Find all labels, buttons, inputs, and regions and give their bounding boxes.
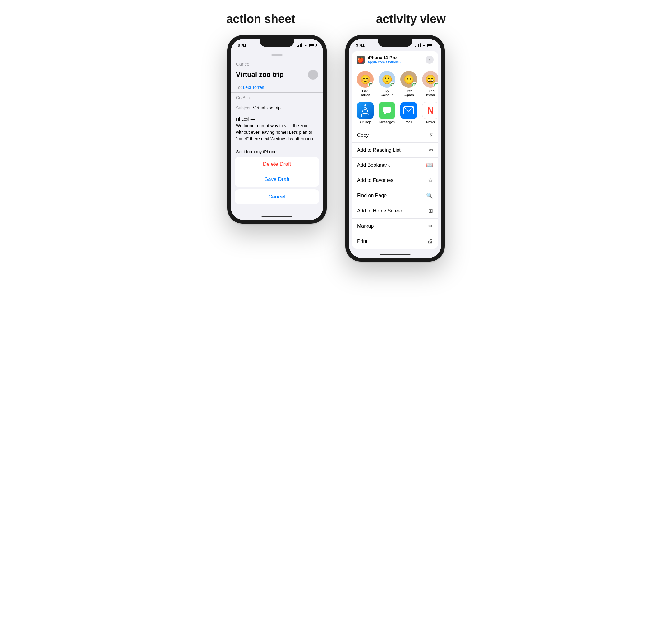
reading-list-icon: ∞ <box>429 147 433 153</box>
messages-icon <box>379 102 395 119</box>
subject-field[interactable]: Subject: Virtual zoo trip <box>231 103 323 113</box>
favorites-label: Add to Favorites <box>357 178 394 183</box>
compose-handle <box>231 49 323 60</box>
to-value: Lexi Torres <box>243 85 264 90</box>
svg-marker-1 <box>384 113 386 115</box>
save-draft-button[interactable]: Save Draft <box>235 172 319 187</box>
compose-header: Virtual zoo trip ↑ <box>231 68 323 82</box>
bookmark-label: Add Bookmark <box>357 162 390 168</box>
options-link[interactable]: Options › <box>386 60 401 64</box>
status-icons-left: ▲ <box>297 43 316 47</box>
bookmark-icon: 📖 <box>426 162 433 169</box>
to-field[interactable]: To: Lexi Torres <box>231 82 323 92</box>
home-indicator-right <box>349 251 441 258</box>
status-time-left: 9:41 <box>238 43 247 48</box>
favorites-icon: ☆ <box>428 177 433 184</box>
markup-label: Markup <box>357 223 373 229</box>
send-button[interactable]: ↑ <box>308 70 318 80</box>
share-title-area: 🍎 iPhone 11 Pro apple.com Options › <box>356 55 401 64</box>
contacts-row: 😊 💬 LexiTorres 🙂 💬 IvyCalhoun <box>352 67 438 101</box>
action-list: Copy ⎘ Add to Reading List ∞ Add Bookmar… <box>352 128 438 248</box>
contact-euna[interactable]: 😄 💬 EunaKwon <box>422 71 438 97</box>
cc-field[interactable]: Cc/Bcc: <box>231 92 323 103</box>
action-copy[interactable]: Copy ⎘ <box>352 128 438 143</box>
action-group-cancel: Cancel <box>235 190 319 204</box>
app-label-airdrop: AirDrop <box>359 120 371 124</box>
action-markup[interactable]: Markup ✏ <box>352 219 438 234</box>
app-airdrop[interactable]: AirDrop <box>356 102 374 124</box>
find-on-page-label: Find on Page <box>357 193 387 198</box>
to-label: To: <box>236 85 242 90</box>
add-home-label: Add to Home Screen <box>357 208 404 214</box>
share-sheet: 🍎 iPhone 11 Pro apple.com Options › × <box>352 51 438 248</box>
print-icon: 🖨 <box>427 238 433 244</box>
news-n-letter: N <box>427 105 434 116</box>
share-title-text: iPhone 11 Pro apple.com Options › <box>368 55 401 64</box>
share-header: 🍎 iPhone 11 Pro apple.com Options › × <box>352 51 438 67</box>
compose-cancel-label: Cancel <box>231 60 323 68</box>
action-find-on-page[interactable]: Find on Page 🔍 <box>352 188 438 203</box>
apple-logo-icon: 🍎 <box>356 56 365 64</box>
markup-icon: ✏ <box>428 223 433 230</box>
contact-fritz[interactable]: 😐 💬 FritzOgden <box>400 71 418 97</box>
app-messages[interactable]: Messages <box>378 102 396 124</box>
apps-row: AirDrop Messages Mail <box>352 101 438 128</box>
url-text: apple.com <box>368 60 385 64</box>
avatar-lexi: 😊 💬 <box>357 71 373 88</box>
app-label-news: News <box>426 120 435 124</box>
copy-label: Copy <box>357 132 369 138</box>
delete-draft-button[interactable]: Delete Draft <box>235 157 319 172</box>
avatar-ivy: 🙂 💬 <box>379 71 395 88</box>
message-badge-lexi: 💬 <box>368 82 373 88</box>
status-time-right: 9:41 <box>356 43 365 48</box>
mail-icon <box>400 102 417 119</box>
app-news[interactable]: N News <box>422 102 438 124</box>
compose-area: Cancel Virtual zoo trip ↑ To: Lexi Torre… <box>231 49 323 158</box>
device-name: iPhone 11 Pro <box>368 55 401 60</box>
cancel-button[interactable]: Cancel <box>235 190 319 204</box>
contact-name-euna: EunaKwon <box>426 89 435 97</box>
avatar-fritz: 😐 💬 <box>400 71 417 88</box>
subject-value: Virtual zoo trip <box>253 105 280 111</box>
share-url: apple.com Options › <box>368 60 401 64</box>
activity-view-phone: 9:41 ▲ <box>345 35 445 261</box>
svg-rect-0 <box>383 107 391 113</box>
app-mail[interactable]: Mail <box>400 102 418 124</box>
signal-bars-left <box>297 43 302 47</box>
contact-name-ivy: IvyCalhoun <box>381 89 394 97</box>
battery-icon-right <box>427 43 434 47</box>
contact-lexi[interactable]: 😊 💬 LexiTorres <box>356 71 374 97</box>
action-add-home[interactable]: Add to Home Screen ⊞ <box>352 203 438 219</box>
subject-label: Subject: <box>236 105 252 111</box>
find-on-page-icon: 🔍 <box>426 192 433 199</box>
close-button[interactable]: × <box>425 56 434 64</box>
contact-name-fritz: FritzOgden <box>404 89 414 97</box>
news-icon: N <box>422 102 438 119</box>
print-label: Print <box>357 239 367 244</box>
airdrop-icon <box>357 102 373 119</box>
wifi-icon-left: ▲ <box>304 43 308 47</box>
app-label-mail: Mail <box>406 120 412 124</box>
contact-name-lexi: LexiTorres <box>360 89 370 97</box>
airdrop-waves <box>361 104 369 117</box>
action-reading-list[interactable]: Add to Reading List ∞ <box>352 143 438 158</box>
reading-list-label: Add to Reading List <box>357 147 401 153</box>
wifi-icon-right: ▲ <box>422 43 426 47</box>
compose-title: Virtual zoo trip <box>236 70 284 79</box>
right-section-title: activity view <box>376 12 446 26</box>
avatar-euna: 😄 💬 <box>422 71 438 88</box>
left-section-title: action sheet <box>226 12 295 26</box>
copy-icon: ⎘ <box>430 132 433 138</box>
message-badge-ivy: 💬 <box>390 82 395 88</box>
message-badge-fritz: 💬 <box>411 82 417 88</box>
cc-label: Cc/Bcc: <box>236 95 251 100</box>
action-favorites[interactable]: Add to Favorites ☆ <box>352 173 438 188</box>
action-print[interactable]: Print 🖨 <box>352 234 438 248</box>
action-bookmark[interactable]: Add Bookmark 📖 <box>352 158 438 173</box>
contact-ivy[interactable]: 🙂 💬 IvyCalhoun <box>378 71 396 97</box>
signal-bars-right <box>415 43 421 47</box>
action-sheet-buttons: Delete Draft Save Draft Cancel <box>231 154 323 213</box>
home-indicator-left <box>231 213 323 220</box>
compose-body[interactable]: Hi Lexi — We found a great way to visit … <box>231 113 323 158</box>
status-icons-right: ▲ <box>415 43 434 47</box>
